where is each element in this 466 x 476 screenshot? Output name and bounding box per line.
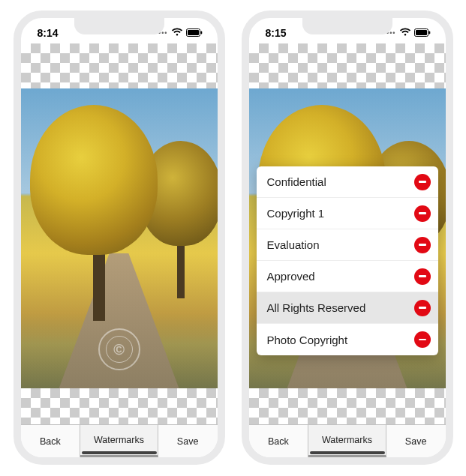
back-button[interactable]: Back: [21, 425, 81, 457]
transparency-bg-bottom: [21, 388, 218, 424]
list-item-label: Evaluation: [267, 238, 320, 251]
minus-icon: [419, 275, 426, 277]
delete-button[interactable]: [414, 300, 431, 316]
svg-rect-2: [200, 31, 202, 34]
status-time: 8:14: [38, 27, 59, 39]
watermarks-label: Watermarks: [94, 435, 144, 445]
list-item-label: Approved: [267, 270, 315, 283]
image-canvas[interactable]: ©: [21, 43, 218, 424]
delete-button[interactable]: [414, 268, 431, 285]
list-item[interactable]: Approved: [257, 261, 438, 292]
watermarks-label: Watermarks: [322, 435, 372, 445]
save-button[interactable]: Save: [158, 425, 218, 457]
list-item-label: All Rights Reserved: [267, 301, 366, 314]
list-item-label: Confidential: [267, 175, 326, 188]
device-notch: [302, 18, 392, 34]
transparency-bg-bottom: [249, 388, 446, 424]
delete-button[interactable]: [414, 237, 431, 253]
battery-icon: [414, 27, 431, 39]
minus-icon: [419, 339, 426, 341]
photo-preview: ©: [21, 88, 218, 388]
list-item[interactable]: Photo Copyright: [257, 324, 438, 355]
device-notch: [74, 18, 164, 34]
list-item[interactable]: Confidential: [257, 166, 438, 198]
list-item-label: Copyright 1: [267, 207, 325, 220]
back-label: Back: [40, 436, 61, 447]
save-button[interactable]: Save: [386, 425, 446, 457]
list-item[interactable]: Copyright 1: [257, 198, 438, 229]
delete-button[interactable]: [414, 174, 431, 190]
transparency-bg-top: [249, 43, 446, 88]
wifi-icon: [399, 27, 411, 39]
back-label: Back: [268, 436, 289, 447]
delete-button[interactable]: [414, 331, 431, 348]
minus-icon: [419, 307, 426, 309]
svg-rect-4: [416, 30, 427, 35]
home-indicator: [82, 451, 157, 454]
phone-screenshot-left: 8:14 •••• © Back Watermar: [14, 10, 225, 465]
save-label: Save: [405, 436, 427, 447]
watermark-stamp[interactable]: ©: [98, 328, 140, 370]
home-indicator: [310, 451, 385, 454]
minus-icon: [419, 212, 426, 214]
list-item-label: Photo Copyright: [267, 334, 348, 346]
watermark-list-popup: Confidential Copyright 1 Evaluation Appr…: [257, 166, 438, 355]
svg-rect-1: [188, 30, 199, 35]
minus-icon: [419, 244, 426, 246]
list-item[interactable]: Evaluation: [257, 229, 438, 261]
battery-icon: [186, 27, 203, 39]
save-label: Save: [177, 436, 199, 447]
svg-rect-5: [428, 31, 430, 34]
image-canvas[interactable]: Confidential Copyright 1 Evaluation Appr…: [249, 43, 446, 424]
transparency-bg-top: [21, 43, 218, 88]
copyright-icon: ©: [113, 341, 125, 358]
status-time: 8:15: [266, 27, 287, 39]
minus-icon: [419, 181, 426, 183]
list-item[interactable]: All Rights Reserved: [257, 292, 438, 324]
phone-screenshot-right: 8:15 •••• Confidential: [242, 10, 453, 465]
wifi-icon: [171, 27, 183, 39]
back-button[interactable]: Back: [249, 425, 309, 457]
delete-button[interactable]: [414, 205, 431, 222]
